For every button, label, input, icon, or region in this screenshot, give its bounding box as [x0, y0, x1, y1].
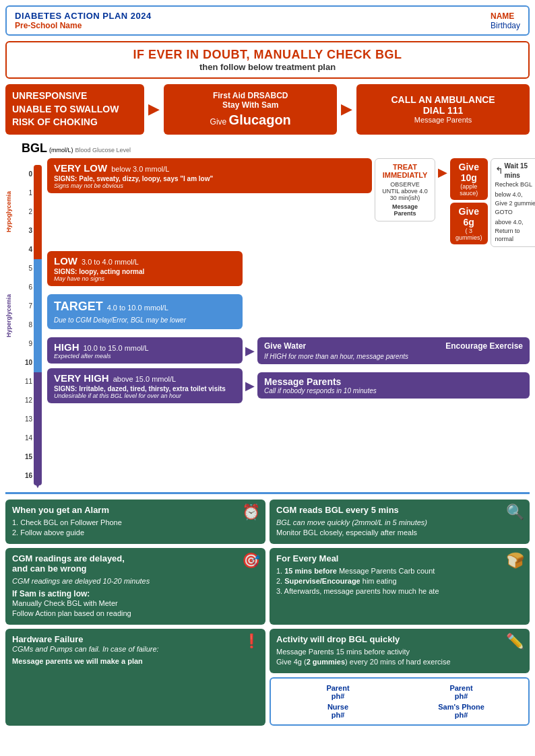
meal-body: 1. 15 mins before Message Parents Carb c… — [276, 566, 523, 597]
scale-num-11: 11 — [20, 372, 34, 391]
activity-card: Activity will drop BGL quickly ✏️ Messag… — [270, 629, 530, 673]
hardware-card: Hardware Failure ❗ CGMs and Pumps can fa… — [5, 629, 265, 726]
wait-arrow-icon: ↰ — [495, 164, 503, 178]
very-high-note: Undesirable if at this BGL level for ove… — [54, 392, 236, 399]
high-treat-box: Give Water Encourage Exercise If HIGH fo… — [257, 337, 530, 364]
activity-icon: ✏️ — [506, 633, 524, 650]
target-title: TARGET — [54, 300, 103, 314]
very-low-range: below 3.0 mmol/L — [111, 165, 169, 173]
give-text: Give — [210, 117, 227, 127]
hypo-label: Hypoglycemia — [5, 191, 12, 232]
very-high-section: VERY HIGH above 15.0 mmol/L SIGNS: Irrit… — [47, 368, 530, 403]
target-range: 4.0 to 10.0 mmol/L — [107, 304, 168, 312]
wait-title: Wait 15 mins — [505, 162, 535, 180]
give-6g-title: Give 6g — [455, 206, 482, 228]
very-low-note: Signs may not be obvious — [54, 182, 365, 189]
very-low-section: VERY LOW below 3.0 mmol/L SIGNS: Pale, s… — [47, 158, 530, 247]
bgl-header: BGL (mmol/L) Blood Glucose Level — [22, 141, 530, 156]
arrow-treat-icon: ▶ — [438, 158, 447, 180]
hyper-label: Hyperglycemia — [5, 294, 12, 337]
cgm-delay-body: CGM readings are delayed 10-20 minutes — [12, 576, 259, 586]
wait-goto-text: GOTO — [495, 209, 513, 215]
very-low-title-row: VERY LOW below 3.0 mmol/L — [54, 162, 365, 174]
hardware-icon: ❗ — [243, 633, 260, 649]
arrow-high-icon: ▶ — [245, 343, 255, 358]
very-high-msg-title: Message Parents — [264, 376, 523, 387]
bottom-section: When you get an Alarm ⏰ 1. Check BGL on … — [5, 492, 530, 726]
nurse-label: Nurseph# — [278, 703, 398, 719]
very-high-title-row: VERY HIGH above 15.0 mmol/L — [54, 372, 236, 384]
very-high-signs: SIGNS: Irritable, dazed, tired, thirsty,… — [54, 385, 236, 392]
hyper-v-label: Hyperglycemia — [5, 259, 20, 372]
header-left: DIABETES ACTION PLAN 2024 Pre-School Nam… — [15, 11, 152, 30]
color-bar: ▼ — [34, 158, 42, 485]
meal-card: For Every Meal 🍞 1. 15 mins before Messa… — [270, 548, 530, 625]
cgm-body-main: Monitor BGL closely, especially after me… — [276, 528, 417, 537]
header-subtitle: Pre-School Name — [15, 21, 152, 30]
bgl-big-label: BGL — [22, 141, 47, 156]
hypo-v-label: Hypoglycemia — [5, 165, 20, 259]
card-very-low: VERY LOW below 3.0 mmol/L SIGNS: Pale, s… — [47, 158, 372, 193]
treat-immediately-box: TREAT IMMEDIATLY OBSERVE UNTIL above 4.0… — [375, 158, 435, 221]
high-treat-note: If HIGH for more than an hour, message p… — [264, 353, 523, 360]
low-section: LOW 3.0 to 4.0 mmol/L SIGNS: loopy, acti… — [47, 251, 243, 286]
target-note: Due to CGM Delay/Error, BGL may be lower — [54, 316, 236, 324]
meal-title: For Every Meal — [276, 553, 523, 563]
card-target: TARGET 4.0 to 10.0 mmol/L Due to CGM Del… — [47, 294, 243, 329]
scale-num-5: 5 — [20, 259, 34, 278]
very-low-title: VERY LOW — [54, 162, 107, 174]
scale-num-2: 2 — [20, 203, 34, 221]
hypo-treatment-block: TREAT IMMEDIATLY OBSERVE UNTIL above 4.0… — [375, 158, 530, 247]
bar-arrow: ▼ — [32, 479, 43, 491]
very-high-call: Call if nobody responds in 10 minutes — [264, 387, 523, 394]
treat-msg-parents: Message Parents — [381, 203, 429, 217]
low-range: 3.0 to 4.0 mmol/L — [82, 258, 139, 266]
scale-num-6: 6 — [20, 278, 34, 297]
wait-arrow-row: ↰ Wait 15 mins — [495, 162, 535, 180]
scale-num-16: 16 — [20, 467, 34, 485]
low-signs: SIGNS: loopy, acting normal — [54, 268, 236, 275]
cgm-italic: BGL can move quickly (2mmol/L in 5 minut… — [276, 518, 427, 526]
doubt-sub-text: then follow below treatment plan — [12, 62, 523, 72]
arrow-very-high-icon: ▶ — [245, 378, 255, 393]
wait-box: ↰ Wait 15 mins Recheck BGL below 4.0, Gi… — [491, 158, 535, 247]
scale-num-15: 15 — [20, 448, 34, 467]
unresponsive-text: UNRESPONSIVE UNABLE TO SWALLOW RISK OF C… — [12, 90, 119, 129]
low-title-row: LOW 3.0 to 4.0 mmol/L — [54, 255, 236, 267]
scale-numbers: 0 1 2 3 4 5 6 7 8 9 10 11 12 13 14 15 16 — [20, 158, 34, 485]
high-title-row: HIGH 10.0 to 15.0 mmol/L — [54, 341, 236, 353]
card-high: HIGH 10.0 to 15.0 mmol/L Expected after … — [47, 337, 243, 364]
name-label: NAME — [491, 11, 520, 21]
scale-num-8: 8 — [20, 316, 34, 335]
activity-title: Activity will drop BGL quickly — [276, 634, 523, 644]
wait-return-text: Return to normal — [495, 228, 520, 243]
scale-num-9: 9 — [20, 335, 34, 353]
right-bottom-col: Activity will drop BGL quickly ✏️ Messag… — [270, 629, 530, 726]
name-value: Birthday — [491, 21, 520, 30]
wait-below-text: below 4.0, — [495, 191, 523, 198]
give-10g-title: Give 10g — [455, 162, 482, 183]
scale-num-7: 7 — [20, 297, 34, 316]
low-note: May have no signs — [54, 275, 236, 282]
scale-num-0: 0 — [20, 165, 34, 184]
ambulance-title: CALL AN AMBULANCE — [391, 94, 495, 105]
meal-icon: 🍞 — [506, 552, 524, 570]
parent1-contact: Parentph# — [278, 684, 398, 700]
alarm-icon: ⏰ — [242, 504, 260, 521]
hardware-title: Hardware Failure — [12, 634, 259, 644]
sams-phone-label: Sam's Phoneph# — [401, 703, 522, 719]
wait-above-row: above 4.0, Return to normal — [495, 218, 535, 244]
high-treat-row1: Give Water Encourage Exercise — [264, 341, 523, 351]
scale-num-13: 13 — [20, 410, 34, 429]
scale-num-14: 14 — [20, 429, 34, 448]
scale-num-1: 1 — [20, 184, 34, 203]
give-10g-box: Give 10g (apple sauce) — [450, 158, 488, 200]
bgl-full-row: Hypoglycemia Hyperglycemia 0 1 2 3 4 5 6… — [5, 158, 530, 485]
hardware-italic: CGMs and Pumps can fail. In case of fail… — [12, 644, 259, 654]
first-aid-line2: Stay With Sam — [222, 100, 278, 110]
scale-num-3: 3 — [20, 221, 34, 240]
wait-below-row: below 4.0, Give 2 gummies GOTO — [495, 191, 535, 216]
first-aid-line1: First Aid DRSABCD — [213, 91, 288, 100]
high-title: HIGH — [54, 341, 80, 353]
glucagon-text: Glucagon — [229, 112, 291, 127]
